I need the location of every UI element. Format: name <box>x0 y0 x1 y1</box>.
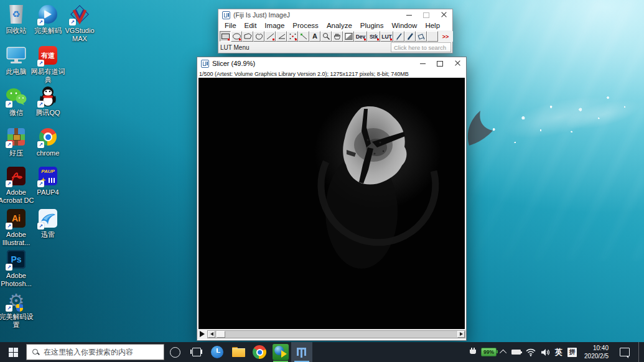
freehand-tool-button[interactable] <box>253 31 264 42</box>
slicer-window: Slicer (49.9%) 1/500 (Artest: Volume Gra… <box>197 57 467 341</box>
desktop-icon-label: 网易有道词典 <box>28 68 68 84</box>
menu-analyze[interactable]: Analyze <box>323 22 356 29</box>
maximize-button[interactable] <box>418 9 435 21</box>
scroll-right-arrow[interactable] <box>457 331 465 338</box>
menu-help[interactable]: Help <box>421 22 444 29</box>
task-view-button[interactable] <box>185 342 207 362</box>
shortcut-arrow-icon <box>6 264 12 271</box>
system-tray: 99% 英 拼 10:40 2020/2/5 <box>470 342 644 362</box>
imagej-titlebar[interactable]: (Fiji Is Just) ImageJ <box>218 9 452 21</box>
task-view-icon <box>190 348 202 356</box>
slicer-titlebar[interactable]: Slicer (49.9%) <box>197 57 466 70</box>
desktop-icon-photoshop[interactable]: Ps Adobe Photosh... <box>0 249 36 288</box>
pencil-tool-button[interactable] <box>393 31 404 42</box>
desktop-icon-label: VGStudio MAX <box>60 27 100 43</box>
close-button[interactable] <box>449 57 466 70</box>
ime-mode-indicator[interactable]: 拼 <box>567 348 577 357</box>
imagej-statusbar: LUT Menu <box>218 42 452 53</box>
rectangle-tool-button[interactable] <box>220 31 231 42</box>
slice-scrollbar[interactable] <box>207 330 465 338</box>
shortcut-arrow-icon <box>6 305 12 312</box>
shortcut-arrow-icon <box>69 19 76 26</box>
menu-image[interactable]: Image <box>261 22 288 29</box>
taskbar-search-box[interactable] <box>26 344 164 360</box>
ime-language-indicator[interactable]: 英 <box>555 347 562 358</box>
point-tool-button[interactable] <box>287 31 298 42</box>
empty-tool-slot[interactable] <box>427 31 438 42</box>
menu-file[interactable]: File <box>221 22 240 29</box>
volume-icon[interactable] <box>541 348 550 356</box>
zoom-tool-button[interactable] <box>320 31 332 42</box>
desktop-icon-xunlei[interactable]: 迅雷 <box>28 208 68 239</box>
shortcut-arrow-icon <box>6 141 12 148</box>
file-explorer-button[interactable] <box>228 342 249 362</box>
desktop-icon-vgstudio-max[interactable]: VGStudio MAX <box>60 4 100 43</box>
shortcut-arrow-icon <box>37 60 44 67</box>
lut-menu-tool-button[interactable]: LUT <box>380 31 393 42</box>
taskbar-date: 2020/2/5 <box>584 352 609 361</box>
clock-app-button[interactable] <box>207 342 228 362</box>
slicer-slice-bar <box>197 329 466 339</box>
battery-percent-badge[interactable]: 99% <box>481 348 497 356</box>
menu-edit[interactable]: Edit <box>241 22 261 29</box>
desktop: 回收站 完美解码 VGStudio MAX 此电脑 有道 网易有道词典 <box>0 0 644 362</box>
battery-icon[interactable] <box>511 350 521 355</box>
stack-menu-tool-button[interactable]: Stk <box>367 31 380 42</box>
scrollbar-thumb[interactable] <box>217 331 225 338</box>
color-picker-tool-button[interactable] <box>343 31 354 42</box>
shortcut-arrow-icon <box>6 223 12 230</box>
wand-tool-button[interactable] <box>298 31 309 42</box>
imagej-taskbar-button[interactable] <box>291 342 312 362</box>
dev-menu-tool-button[interactable]: Dev <box>354 31 367 42</box>
show-desktop-button[interactable] <box>638 342 642 362</box>
line-tool-button[interactable] <box>264 31 276 42</box>
fill-tool-button[interactable] <box>416 31 427 42</box>
menu-process[interactable]: Process <box>289 22 322 29</box>
desktop-icon-label: 腾讯QQ <box>28 109 68 117</box>
taskbar-clock[interactable]: 10:40 2020/2/5 <box>582 344 611 361</box>
minimize-button[interactable] <box>414 57 431 70</box>
desktop-icon-youdao-dict[interactable]: 有道 网易有道词典 <box>28 45 68 84</box>
hand-tool-button[interactable] <box>332 31 343 42</box>
imagej-search-input[interactable] <box>391 42 451 52</box>
desktop-icon-decoder-settings[interactable]: 完美解码设置 <box>0 290 36 329</box>
menu-plugins[interactable]: Plugins <box>357 22 388 29</box>
brush-tool-button[interactable] <box>404 31 416 42</box>
desktop-icon-qq[interactable]: 腾讯QQ <box>28 86 68 117</box>
media-player-taskbar-button[interactable] <box>270 342 291 362</box>
play-stack-button[interactable] <box>198 330 206 338</box>
shortcut-arrow-icon <box>6 101 12 108</box>
maximize-button[interactable] <box>431 57 449 70</box>
start-button[interactable] <box>0 342 26 362</box>
chrome-taskbar-button[interactable] <box>249 342 270 362</box>
slicer-image-canvas[interactable] <box>198 78 465 329</box>
taskbar-search-input[interactable] <box>44 348 164 356</box>
polygon-tool-button[interactable] <box>242 31 253 42</box>
shortcut-arrow-icon <box>37 101 44 108</box>
imagej-window-title: (Fiji Is Just) ImageJ <box>233 11 290 19</box>
oval-tool-button[interactable] <box>231 31 242 42</box>
more-tools-button[interactable]: >> <box>438 31 453 42</box>
menu-window[interactable]: Window <box>388 22 421 29</box>
shield-icon <box>16 304 23 312</box>
search-icon <box>32 349 39 356</box>
text-tool-button[interactable]: A <box>309 31 320 42</box>
wifi-icon[interactable] <box>526 348 536 356</box>
minimize-button[interactable] <box>400 9 418 21</box>
desktop-icon-chrome[interactable]: chrome <box>28 126 68 157</box>
desktop-icon-paup4[interactable]: PAUP PAUP4 <box>28 165 68 197</box>
ct-slice-image <box>198 78 465 329</box>
cortana-button[interactable] <box>164 342 185 362</box>
scroll-left-arrow[interactable] <box>208 331 215 338</box>
angle-tool-button[interactable] <box>276 31 287 42</box>
power-plug-icon[interactable] <box>470 348 476 356</box>
hidden-icons-chevron[interactable] <box>500 350 506 356</box>
shortcut-arrow-icon <box>6 180 12 187</box>
close-button[interactable] <box>435 9 452 21</box>
desktop-icon-label: chrome <box>28 149 68 157</box>
folder-icon <box>232 347 245 357</box>
clock-icon <box>211 346 223 358</box>
slicer-app-icon <box>201 60 209 68</box>
action-center-icon[interactable] <box>620 348 630 356</box>
shortcut-arrow-icon <box>37 141 44 148</box>
